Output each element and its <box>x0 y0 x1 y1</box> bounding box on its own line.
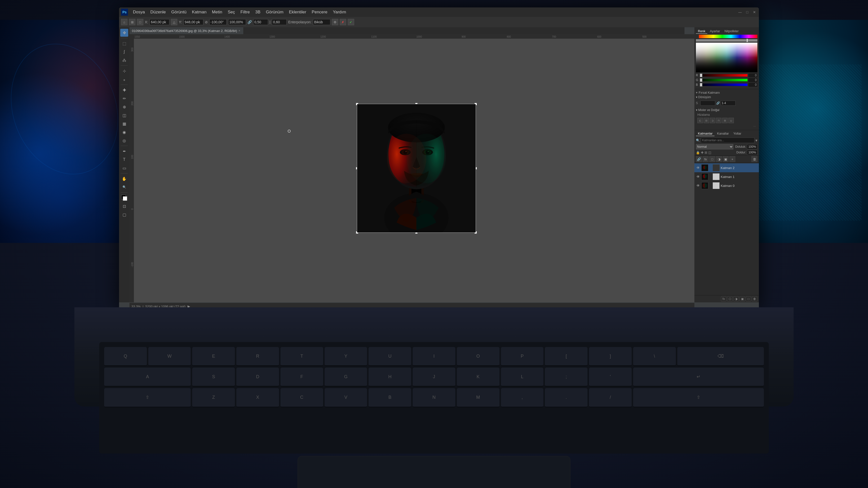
key-s[interactable]: S <box>192 367 235 387</box>
key-v[interactable]: V <box>324 388 367 407</box>
swatches-tab[interactable]: Nitpolikler <box>722 29 741 34</box>
align-middle-v-button[interactable]: ⊞ <box>722 118 727 123</box>
add-layer-style-button[interactable]: fx <box>721 296 726 302</box>
maximize-button[interactable]: □ <box>744 9 751 15</box>
constraint-button[interactable]: △ <box>171 19 177 25</box>
blue-value[interactable]: 0 <box>748 83 757 87</box>
add-mask-bottom-button[interactable]: ⬡ <box>727 296 733 302</box>
link-layers-button[interactable]: 🔗 <box>696 156 702 162</box>
key-i[interactable]: I <box>413 347 455 366</box>
color-hue-bar[interactable] <box>696 35 757 38</box>
key-period[interactable]: . <box>545 388 588 407</box>
document-tab-close[interactable]: × <box>239 29 240 32</box>
menu-eklentiler[interactable]: Eklentiler <box>286 9 309 15</box>
fx-button[interactable]: fx <box>703 156 709 162</box>
menu-metin[interactable]: Metin <box>210 9 225 15</box>
close-button[interactable]: ✕ <box>751 9 758 15</box>
layers-filter-icon[interactable]: ▾ <box>755 138 757 143</box>
arrange-button[interactable]: □ <box>137 19 143 25</box>
blue-thumb[interactable] <box>700 83 702 87</box>
key-backspace[interactable]: ⌫ <box>677 347 764 366</box>
color-tab[interactable]: Renk <box>696 29 707 34</box>
align-bottom-button[interactable]: ⊔ <box>728 118 734 123</box>
mask-button[interactable]: □ <box>709 156 715 162</box>
key-t[interactable]: T <box>280 347 323 366</box>
tool-brush[interactable]: ✏ <box>120 94 128 102</box>
layer-item-1[interactable]: 👁 Katman 1 <box>694 172 759 181</box>
align-left-button[interactable]: ⊏ <box>698 118 703 123</box>
key-bracket-l[interactable]: [ <box>545 347 588 366</box>
blend-section-header[interactable]: ▾ Mixler ve Dolğal <box>696 108 757 112</box>
key-b[interactable]: B <box>369 388 411 407</box>
tool-magic-wand[interactable]: ⁂ <box>120 56 128 64</box>
tool-pen[interactable]: ✒ <box>120 147 128 155</box>
paths-tab[interactable]: Yollar <box>731 131 743 136</box>
tool-shape[interactable]: ▭ <box>120 164 128 172</box>
layer-item-0[interactable]: 👁 Katman 0 <box>694 181 759 190</box>
blend-mode-select[interactable]: Normal <box>696 144 733 150</box>
transform-y-field[interactable] <box>721 101 736 105</box>
red-slider[interactable] <box>700 74 747 76</box>
skew-h-field[interactable] <box>272 19 287 25</box>
add-adjustment-button[interactable]: ◑ <box>733 296 739 302</box>
workspace-button[interactable]: ⊞ <box>129 19 135 25</box>
key-bracket-r[interactable]: ] <box>589 347 632 366</box>
green-thumb[interactable] <box>700 78 702 82</box>
properties-more[interactable]: ··· <box>696 124 757 128</box>
group-button[interactable]: ▣ <box>723 156 728 162</box>
cancel-transform-button[interactable]: ✗ <box>340 19 346 25</box>
extra-options-button[interactable]: ⚙ <box>332 19 338 25</box>
key-l[interactable]: L <box>501 367 544 387</box>
tool-crop[interactable]: ⊹ <box>120 67 128 75</box>
tool-hand[interactable]: ✋ <box>120 175 128 183</box>
key-y[interactable]: Y <box>324 347 367 366</box>
minimize-button[interactable]: — <box>737 9 744 15</box>
green-slider[interactable] <box>700 79 747 81</box>
menu-gorunum[interactable]: Görünüm <box>264 9 286 15</box>
key-enter[interactable]: ↵ <box>633 367 764 387</box>
canvas-area[interactable] <box>134 34 699 302</box>
color-spectrum[interactable] <box>696 43 757 72</box>
key-w[interactable]: W <box>148 347 191 366</box>
key-g[interactable]: G <box>324 367 367 387</box>
key-slash[interactable]: / <box>589 388 632 407</box>
tool-heal[interactable]: ✚ <box>120 86 128 94</box>
tool-eraser[interactable]: ◫ <box>120 111 128 119</box>
key-u[interactable]: U <box>369 347 411 366</box>
transform-section-header[interactable]: ▾ Dönüşüm <box>696 95 757 99</box>
key-j[interactable]: J <box>413 367 455 387</box>
key-backslash[interactable]: \ <box>633 347 676 366</box>
tool-dodge[interactable]: ◎ <box>120 136 128 144</box>
document-tab[interactable]: 010964036ba06f736b976af473526906.jpg @ 3… <box>129 27 244 34</box>
menu-katman[interactable]: Katman <box>189 9 209 15</box>
laptop-touchpad[interactable] <box>298 456 570 488</box>
key-semi[interactable]: ; <box>545 367 588 387</box>
lock-pos-icon[interactable]: ✚ <box>701 151 704 154</box>
confirm-transform-button[interactable]: ✓ <box>348 19 354 25</box>
layer-1-visibility[interactable]: 👁 <box>696 174 700 179</box>
layer-2-visibility[interactable]: 👁 <box>696 166 700 170</box>
key-h[interactable]: H <box>369 367 411 387</box>
menu-duzenle[interactable]: Düzenle <box>148 9 168 15</box>
menu-dosya[interactable]: Dosya <box>130 9 147 15</box>
key-n[interactable]: N <box>413 388 455 407</box>
key-a[interactable]: A <box>104 367 191 387</box>
delete-bottom-button[interactable]: 🗑 <box>752 296 757 302</box>
layer-item-2[interactable]: 👁 Katman 2 <box>694 163 759 172</box>
key-quote[interactable]: ' <box>589 367 632 387</box>
layer-0-visibility[interactable]: 👁 <box>696 184 700 188</box>
lock-image-icon[interactable]: ⊞ <box>705 151 707 154</box>
menu-pencere[interactable]: Pencere <box>309 9 330 15</box>
menu-goruntu[interactable]: Görüntü <box>169 9 189 15</box>
key-p[interactable]: P <box>501 347 544 366</box>
create-group-button[interactable]: ▣ <box>740 296 745 302</box>
align-center-h-button[interactable]: ⊟ <box>704 118 709 123</box>
opacity-field[interactable] <box>747 144 757 149</box>
blue-slider[interactable] <box>700 84 747 86</box>
red-thumb[interactable] <box>700 74 702 77</box>
lock-all-icon[interactable]: 🔒 <box>696 151 700 154</box>
green-value[interactable]: 0 <box>748 78 757 82</box>
color-value-bar[interactable] <box>696 39 757 42</box>
new-layer-button[interactable]: + <box>730 156 735 162</box>
key-k[interactable]: K <box>457 367 499 387</box>
